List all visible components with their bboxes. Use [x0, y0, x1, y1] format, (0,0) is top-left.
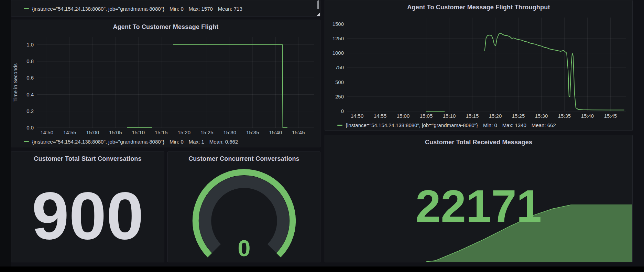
svg-text:0: 0	[341, 108, 344, 114]
panel-title[interactable]: Customer Total Start Conversations	[11, 152, 164, 166]
legend-row: {instance="54.154.24.138:8080", job="gra…	[11, 137, 320, 146]
svg-text:15:30: 15:30	[223, 129, 237, 135]
svg-text:0.0: 0.0	[26, 125, 34, 130]
stat-value: 900	[11, 182, 164, 249]
svg-text:15:25: 15:25	[200, 129, 214, 135]
legend-min: Min: 0	[170, 6, 184, 12]
legend-row: {instance="54.154.24.138:8080", job="gra…	[11, 4, 242, 13]
page-left-edge	[0, 0, 11, 266]
legend-scrollbar[interactable]	[317, 0, 319, 9]
svg-text:1250: 1250	[332, 35, 344, 41]
svg-text:15:00: 15:00	[86, 129, 99, 135]
bottom-bar	[0, 266, 644, 272]
panel-received-messages: Customer Total Received Messages 22171	[325, 135, 633, 262]
svg-text:0.2: 0.2	[26, 108, 34, 114]
svg-text:Time in Seconds: Time in Seconds	[12, 63, 18, 102]
panel-title[interactable]: Agent To Customer Message Flight	[11, 20, 320, 34]
svg-text:14:50: 14:50	[351, 113, 364, 119]
stat-value: 22171	[325, 184, 632, 229]
legend-series-name[interactable]: {instance="54.154.24.138:8080", job="gra…	[346, 122, 478, 128]
panel-start-conversations: Customer Total Start Conversations 900	[11, 151, 164, 262]
series-color-dash-icon	[337, 125, 342, 126]
svg-text:15:15: 15:15	[155, 129, 168, 135]
gauge: 0	[186, 166, 303, 261]
svg-text:15:20: 15:20	[489, 113, 502, 119]
svg-text:1000: 1000	[332, 50, 344, 56]
svg-text:0.8: 0.8	[26, 58, 34, 64]
panel-concurrent-conversations: Customer Concurrent Conversations 0	[167, 151, 320, 262]
legend-row: {instance="54.154.24.138:8080", job="gra…	[325, 120, 632, 130]
panel-resize-handle[interactable]	[317, 13, 320, 16]
svg-text:15:40: 15:40	[269, 129, 282, 135]
svg-text:15:45: 15:45	[292, 129, 305, 135]
svg-text:15:05: 15:05	[109, 129, 122, 135]
svg-text:15:10: 15:10	[443, 113, 456, 119]
legend-max: Max: 1340	[502, 122, 526, 128]
legend-min: Min: 0	[170, 139, 184, 145]
legend-mean: Mean: 0.662	[209, 139, 238, 145]
svg-text:15:35: 15:35	[246, 129, 259, 135]
flight-line-chart[interactable]: 0.00.20.40.60.81.014:5014:5515:0015:0515…	[11, 34, 320, 137]
svg-text:15:40: 15:40	[581, 113, 594, 119]
throughput-line-chart[interactable]: 025050075010001250150014:5014:5515:0015:…	[325, 15, 632, 120]
svg-text:750: 750	[335, 64, 344, 70]
grafana-dashboard: {instance="54.154.24.138:8080", job="gra…	[0, 0, 644, 272]
svg-text:15:10: 15:10	[132, 129, 145, 135]
svg-text:15:15: 15:15	[466, 113, 479, 119]
svg-text:15:20: 15:20	[178, 129, 191, 135]
legend-series-name[interactable]: {instance="54.154.24.138:8080", job="gra…	[32, 6, 164, 12]
svg-text:14:55: 14:55	[374, 113, 387, 119]
legend-mean: Mean: 662	[532, 122, 556, 128]
svg-text:0.4: 0.4	[26, 92, 34, 97]
legend-min: Min: 0	[483, 122, 497, 128]
svg-text:14:55: 14:55	[63, 129, 76, 135]
legend-max: Max: 1	[189, 139, 204, 145]
panel-flight-throughput: Agent To Customer Message Flight Through…	[325, 0, 633, 131]
svg-text:1500: 1500	[332, 21, 344, 27]
svg-text:15:45: 15:45	[604, 113, 617, 119]
legend-series-name[interactable]: {instance="54.154.24.138:8080", job="gra…	[32, 139, 164, 145]
svg-text:15:05: 15:05	[420, 113, 433, 119]
series-color-dash-icon	[24, 8, 29, 9]
svg-text:250: 250	[335, 94, 344, 100]
panel-title[interactable]: Customer Concurrent Conversations	[168, 152, 320, 166]
panel-title[interactable]: Agent To Customer Message Flight Through…	[325, 0, 632, 15]
series-color-dash-icon	[24, 141, 29, 142]
legend-max: Max: 1570	[189, 6, 213, 12]
svg-text:14:50: 14:50	[41, 129, 54, 135]
svg-text:15:25: 15:25	[512, 113, 525, 119]
panel-partial-top: {instance="54.154.24.138:8080", job="gra…	[11, 0, 320, 17]
svg-text:500: 500	[335, 79, 344, 85]
svg-text:1.0: 1.0	[26, 42, 34, 48]
panel-title[interactable]: Customer Total Received Messages	[325, 135, 632, 150]
panel-message-flight: Agent To Customer Message Flight 0.00.20…	[11, 20, 320, 147]
svg-text:15:35: 15:35	[558, 113, 571, 119]
legend-mean: Mean: 713	[218, 6, 242, 12]
svg-text:15:00: 15:00	[397, 113, 410, 119]
svg-text:0.6: 0.6	[26, 75, 34, 81]
svg-text:15:30: 15:30	[535, 113, 548, 119]
gauge-value: 0	[238, 235, 250, 261]
